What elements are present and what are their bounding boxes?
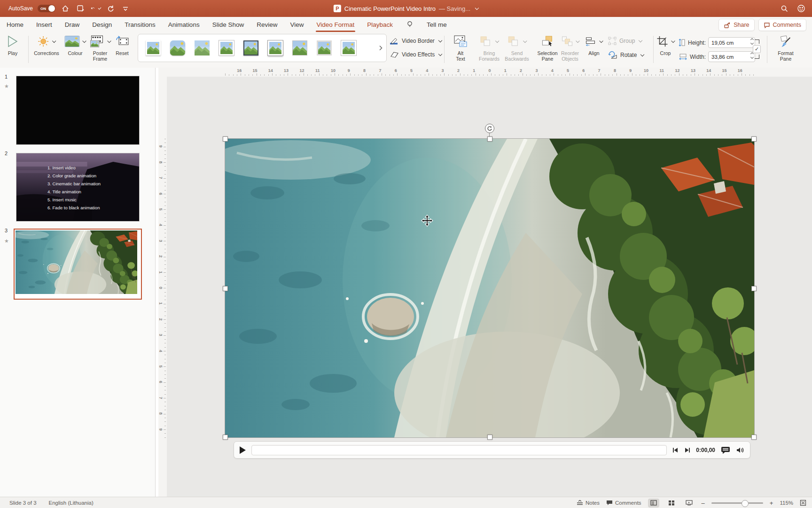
video-style-option[interactable] <box>217 39 236 57</box>
zoom-in-button[interactable]: + <box>770 500 773 507</box>
search-icon[interactable] <box>779 3 789 14</box>
zoom-slider[interactable] <box>711 502 763 504</box>
slideshow-view-button[interactable] <box>684 499 695 508</box>
align-button[interactable]: Align <box>586 34 603 56</box>
tab-design[interactable]: Design <box>92 17 112 32</box>
tab-tell-me[interactable]: Tell me <box>427 17 447 32</box>
video-style-option[interactable] <box>144 39 163 57</box>
step-forward-button[interactable] <box>684 447 690 453</box>
save-icon[interactable] <box>75 3 86 14</box>
video-style-option[interactable] <box>193 39 211 57</box>
volume-button[interactable] <box>736 447 744 453</box>
autosave-toggle[interactable]: ON <box>38 5 55 12</box>
home-icon[interactable] <box>60 3 70 14</box>
tab-animations[interactable]: Animations <box>168 17 200 32</box>
resize-handle-nw[interactable] <box>223 136 228 142</box>
tab-home[interactable]: Home <box>7 17 23 32</box>
video-style-option[interactable] <box>266 39 285 57</box>
gallery-more-icon[interactable] <box>379 45 383 51</box>
slide-1-number: 1 <box>5 74 8 79</box>
resize-handle-w[interactable] <box>223 286 228 291</box>
tab-draw[interactable]: Draw <box>65 17 80 32</box>
step-back-button[interactable] <box>672 447 679 453</box>
normal-view-button[interactable] <box>648 499 659 508</box>
rotate-handle[interactable] <box>485 124 494 133</box>
tab-playback[interactable]: Playback <box>367 17 393 32</box>
alt-text-icon <box>453 34 468 49</box>
zoom-out-button[interactable]: – <box>702 500 705 507</box>
slide-1-thumbnail[interactable] <box>16 76 140 145</box>
language-status[interactable]: English (Lithuania) <box>49 500 94 506</box>
width-input[interactable] <box>708 51 755 62</box>
video-style-option[interactable] <box>168 39 187 57</box>
video-style-option[interactable] <box>290 39 309 57</box>
slide-2-thumbnail[interactable]: 1. Insert video 2. Color grade animation… <box>16 153 140 222</box>
tab-transitions[interactable]: Transitions <box>125 17 156 32</box>
tab-video-format[interactable]: Video Format <box>317 17 355 32</box>
slide-sorter-view-button[interactable] <box>666 499 677 508</box>
zoom-level[interactable]: 115% <box>780 500 793 506</box>
reorder-objects-button: ReorderObjects <box>561 34 579 62</box>
video-style-option[interactable] <box>339 39 358 57</box>
poster-frame-button[interactable]: PosterFrame <box>90 34 111 62</box>
video-style-option[interactable] <box>315 39 334 57</box>
comments-button[interactable]: Comments <box>758 19 806 31</box>
group-button: Group <box>608 37 642 45</box>
autosave-state: ON <box>40 7 46 11</box>
corrections-button[interactable]: Corrections <box>34 34 59 56</box>
notes-toggle[interactable]: Notes <box>577 500 600 506</box>
lock-aspect-ratio-checkbox[interactable]: ✓ <box>753 45 761 53</box>
powerpoint-app-icon: P <box>334 5 341 12</box>
redo-icon[interactable] <box>105 3 116 14</box>
captions-button[interactable] <box>721 446 730 454</box>
tab-slide-show[interactable]: Slide Show <box>212 17 244 32</box>
zoom-slider-knob[interactable] <box>742 500 749 507</box>
format-pane-button[interactable]: FormatPane <box>778 34 793 62</box>
play-video-button[interactable] <box>240 446 246 454</box>
powerpoint-window: AutoSave ON <box>0 0 812 508</box>
document-title[interactable]: P Cinematic PowerPoint Video Intro — Sav… <box>334 0 478 17</box>
comments-label: Comments <box>773 22 801 28</box>
send-backwards-icon <box>507 36 520 47</box>
video-border-button[interactable]: Video Border <box>389 37 442 45</box>
fit-slide-button[interactable] <box>800 500 806 506</box>
tab-review[interactable]: Review <box>257 17 277 32</box>
play-icon <box>7 34 19 49</box>
share-button[interactable]: Share <box>718 19 754 31</box>
crop-button[interactable]: Crop <box>656 34 675 56</box>
rotate-button[interactable]: Rotate <box>608 51 644 59</box>
resize-handle-s[interactable] <box>487 435 492 440</box>
chevron-down-icon <box>52 39 56 43</box>
share-label: Share <box>734 22 749 28</box>
resize-handle-n[interactable] <box>487 136 492 142</box>
colour-button[interactable]: Colour <box>65 34 86 56</box>
alt-text-button[interactable]: AltText <box>453 34 468 62</box>
video-effects-button[interactable]: Video Effects <box>389 51 442 58</box>
comments-toggle[interactable]: Comments <box>606 500 641 506</box>
reset-button[interactable]: Reset <box>115 34 129 56</box>
video-object[interactable] <box>225 139 754 437</box>
ribbon-separator <box>653 36 654 63</box>
crop-icon <box>656 35 669 48</box>
play-button[interactable]: Play <box>7 34 19 56</box>
bring-forwards-button: BringForwards <box>479 34 500 62</box>
video-scrubber[interactable] <box>251 445 667 455</box>
height-stepper[interactable] <box>751 39 753 44</box>
resize-handle-se[interactable] <box>751 435 757 440</box>
rotate-icon <box>608 51 618 59</box>
selection-pane-button[interactable]: SelectionPane <box>537 34 557 62</box>
chevron-down-icon <box>82 39 86 43</box>
toolbar-overflow-icon[interactable] <box>120 3 131 14</box>
undo-icon[interactable] <box>90 3 101 14</box>
account-icon[interactable] <box>796 3 806 14</box>
align-icon <box>586 37 597 46</box>
tab-insert[interactable]: Insert <box>36 17 52 32</box>
width-stepper[interactable] <box>751 53 753 58</box>
video-style-option-selected[interactable] <box>242 39 260 57</box>
resize-handle-sw[interactable] <box>223 435 228 440</box>
resize-handle-e[interactable] <box>751 286 757 291</box>
tab-view[interactable]: View <box>290 17 304 32</box>
resize-handle-ne[interactable] <box>751 136 757 142</box>
slide-3-thumbnail-selected[interactable] <box>14 229 142 300</box>
height-input[interactable] <box>708 37 755 48</box>
